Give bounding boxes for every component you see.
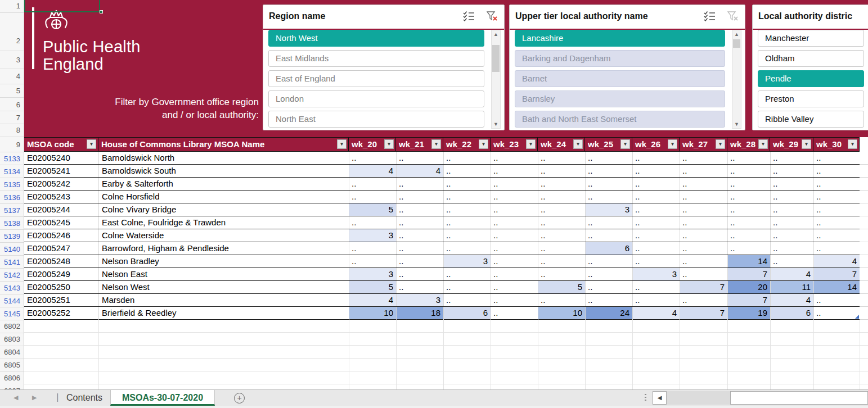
cell-week-value[interactable]: 10 (538, 307, 585, 319)
filter-dropdown-button[interactable]: ▾ (620, 139, 630, 149)
cell-week-value[interactable]: .. (349, 191, 396, 203)
cell-week-value[interactable]: .. (770, 191, 813, 203)
hscroll-thumb[interactable] (730, 391, 868, 405)
slicer-scrollbar-thumb[interactable] (733, 39, 740, 48)
cell-week-value[interactable]: .. (538, 242, 585, 255)
cell-week-value[interactable]: 3 (349, 229, 396, 242)
cell-week-value[interactable]: 14 (813, 281, 860, 293)
cell-week-value[interactable]: .. (813, 242, 860, 255)
slicer-item[interactable]: East Midlands (268, 50, 484, 67)
filter-dropdown-button[interactable]: ▾ (716, 139, 725, 149)
cell-week-value[interactable]: .. (770, 255, 813, 268)
filter-dropdown-button[interactable]: ▾ (87, 139, 96, 149)
cell-week-value[interactable]: .. (443, 229, 491, 242)
clear-filter-funnel-icon[interactable] (727, 11, 739, 24)
cell-msoa-name[interactable]: Marsden (98, 294, 349, 306)
row-number[interactable]: 8 (16, 126, 20, 134)
cell-week-value[interactable]: .. (727, 191, 770, 203)
cell-week-value[interactable]: .. (632, 152, 680, 164)
cell-week-value[interactable]: .. (349, 242, 396, 255)
cell-week-value[interactable]: .. (396, 152, 443, 164)
cell-msoa-code[interactable]: E02005241 (24, 165, 98, 177)
cell-week-value[interactable]: 4 (770, 268, 813, 280)
cell-week-value[interactable]: .. (727, 242, 770, 255)
slicer-item[interactable]: Oldham (758, 50, 864, 67)
cell-week-value[interactable]: .. (491, 191, 538, 203)
row-number[interactable]: 7 (16, 114, 20, 122)
cell-week-value[interactable]: .. (727, 203, 770, 216)
cell-week-value[interactable]: .. (538, 216, 585, 229)
cell-week-value[interactable]: .. (585, 268, 632, 280)
cell-week-value[interactable]: .. (491, 178, 538, 190)
cell-msoa-code[interactable]: E02005251 (24, 294, 98, 306)
cell-msoa-name[interactable]: Nelson Bradley (98, 255, 349, 268)
row-number-filtered[interactable]: 5138 (4, 219, 20, 228)
cell-msoa-code[interactable]: E02005248 (24, 255, 98, 268)
cell-week-value[interactable]: .. (538, 229, 585, 242)
cell-week-value[interactable]: 3 (585, 203, 632, 216)
cell-week-value[interactable]: .. (585, 165, 632, 177)
scroll-down-icon[interactable]: ▼ (492, 120, 500, 128)
cell-week-value[interactable]: .. (813, 229, 860, 242)
row-number-filtered[interactable]: 5141 (4, 258, 20, 266)
row-number[interactable]: 5 (16, 87, 20, 95)
slicer-scrollbar[interactable]: ▲▼ (491, 30, 501, 129)
filter-dropdown-button[interactable]: ▾ (573, 139, 583, 149)
row-number-filtered[interactable]: 5145 (4, 310, 20, 318)
cell-msoa-code[interactable]: E02005250 (24, 281, 98, 293)
cell-week-value[interactable]: .. (813, 216, 860, 229)
row-number-filtered[interactable]: 5137 (4, 206, 20, 215)
cell-week-value[interactable]: 3 (396, 294, 443, 306)
cell-week-value[interactable]: .. (396, 203, 443, 216)
cell-msoa-name[interactable]: Nelson West (98, 281, 349, 293)
cell-week-value[interactable]: .. (538, 203, 585, 216)
cell-week-value[interactable]: .. (770, 178, 813, 190)
cell-week-value[interactable]: .. (585, 216, 632, 229)
cell-week-value[interactable]: 4 (770, 294, 813, 306)
slicer-item[interactable]: East of England (268, 70, 484, 87)
cell-week-value[interactable]: .. (680, 216, 727, 229)
cell-msoa-name[interactable]: Barnoldswick North (98, 152, 349, 164)
cell-week-value[interactable]: .. (585, 152, 632, 164)
cell-week-value[interactable]: .. (538, 165, 585, 177)
cell-week-value[interactable]: .. (813, 165, 860, 177)
cell-week-value[interactable]: 18 (396, 307, 443, 319)
cell-week-value[interactable]: .. (632, 255, 680, 268)
fill-handle[interactable] (100, 10, 103, 13)
cell-week-value[interactable]: .. (770, 203, 813, 216)
sheet-nav-prev-icon[interactable]: ◀ (14, 394, 18, 401)
row-number-filtered[interactable]: 5136 (4, 193, 20, 202)
cell-week-value[interactable]: 7 (680, 307, 727, 319)
cell-week-value[interactable]: .. (491, 229, 538, 242)
row-number[interactable]: 4 (16, 72, 20, 80)
cell-msoa-code[interactable]: E02005240 (24, 152, 98, 164)
cell-week-value[interactable]: .. (538, 255, 585, 268)
cell-week-value[interactable]: .. (491, 203, 538, 216)
multi-select-checklist-icon[interactable] (704, 11, 716, 24)
slicer-item[interactable]: Pendle (758, 70, 864, 87)
cell-week-value[interactable]: .. (443, 152, 491, 164)
cell-msoa-code[interactable]: E02005242 (24, 178, 98, 190)
cell-week-value[interactable]: .. (585, 294, 632, 306)
cell-week-value[interactable]: 10 (349, 307, 396, 319)
cell-week-value[interactable]: .. (813, 307, 860, 319)
filter-dropdown-button[interactable]: ▾ (848, 139, 857, 149)
cell-msoa-code[interactable]: E02005245 (24, 216, 98, 229)
cell-week-value[interactable]: 6 (443, 307, 491, 319)
cell-week-value[interactable]: .. (632, 216, 680, 229)
row-number[interactable]: 9 (16, 140, 20, 149)
cell-week-value[interactable]: .. (727, 178, 770, 190)
slicer-scrollbar[interactable]: ▲▼ (732, 30, 741, 129)
row-number-filtered[interactable]: 5143 (4, 284, 20, 292)
cell-week-value[interactable]: 4 (632, 307, 680, 319)
cell-week-value[interactable]: .. (443, 281, 491, 293)
filter-dropdown-button[interactable]: ▾ (526, 139, 536, 149)
row-number-filtered[interactable]: 5139 (4, 232, 20, 241)
row-number[interactable]: 6804 (4, 348, 20, 356)
slicer-item[interactable]: London (268, 90, 484, 107)
filter-dropdown-button[interactable]: ▾ (668, 139, 677, 149)
cell-msoa-code[interactable]: E02005246 (24, 229, 98, 242)
sheet-tab-msoas-active[interactable]: MSOAs-30-07-2020 (110, 390, 215, 406)
row-number[interactable]: 1 (16, 2, 20, 10)
filter-dropdown-button[interactable]: ▾ (802, 139, 811, 149)
